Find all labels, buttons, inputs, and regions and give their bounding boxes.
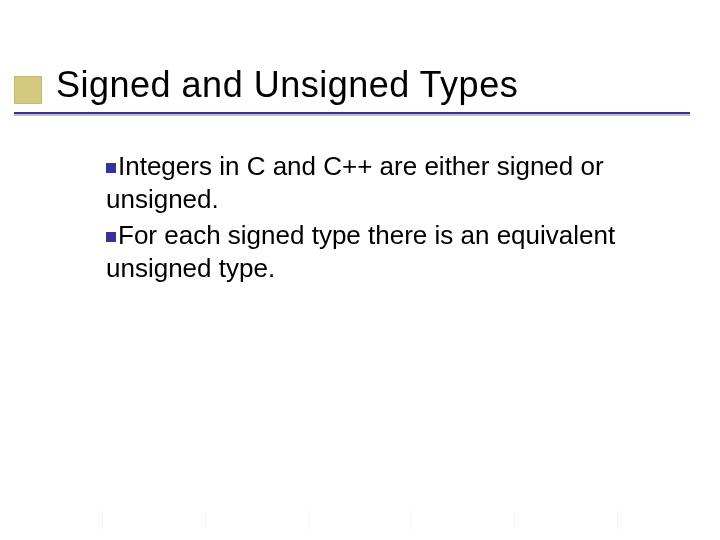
list-item: For each signed type there is an equival…	[106, 219, 674, 286]
square-bullet-icon	[106, 232, 116, 242]
accent-square-icon	[14, 76, 42, 104]
list-item: Integers in C and C++ are either signed …	[106, 150, 674, 217]
title-underline	[14, 112, 690, 116]
square-bullet-icon	[106, 163, 116, 173]
slide: Signed and Unsigned Types Integers in C …	[0, 0, 720, 540]
slide-title: Signed and Unsigned Types	[56, 64, 518, 106]
body-text: Integers in C and C++ are either signed …	[106, 150, 674, 287]
title-row: Signed and Unsigned Types	[0, 58, 720, 120]
bullet-text: For each signed type there is an equival…	[106, 220, 615, 283]
thumbnail-strip	[0, 510, 720, 530]
bullet-text: Integers in C and C++ are either signed …	[106, 151, 604, 214]
